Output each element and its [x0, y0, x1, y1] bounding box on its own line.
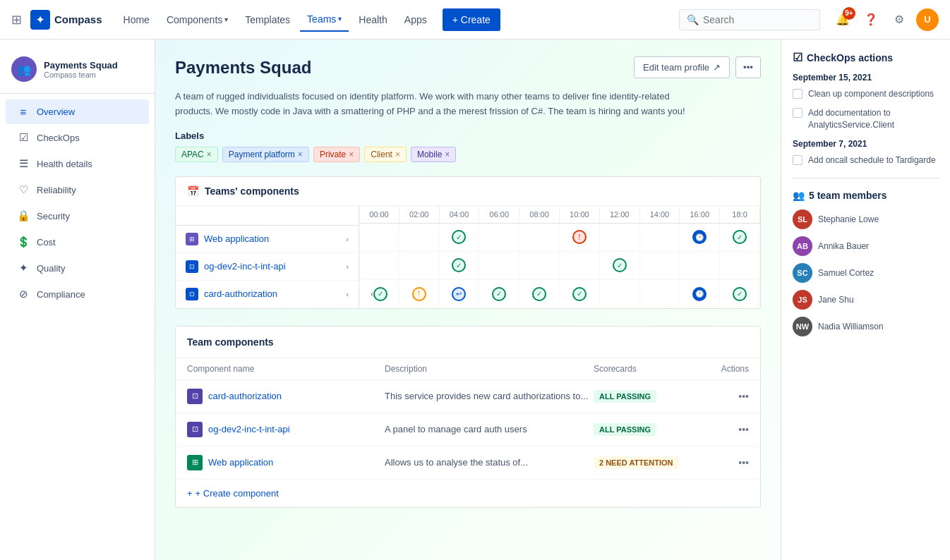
user-avatar[interactable]: U — [916, 8, 939, 31]
time-0600: 06:00 — [479, 206, 519, 223]
label-remove-private[interactable]: × — [349, 150, 354, 159]
status-green-2-5: ✓ — [572, 287, 587, 301]
checkbox-0[interactable] — [793, 89, 802, 99]
status-green-2-3: ✓ — [492, 287, 506, 301]
labels-list: APAC × Payment platform × Private × Clie… — [175, 147, 761, 162]
sidebar-item-health-details[interactable]: ☰ Health details — [6, 151, 149, 176]
sidebar-item-reliability[interactable]: ♡ Reliability — [6, 177, 149, 202]
slot-2-7 — [640, 280, 680, 308]
settings-button[interactable]: ⚙ — [888, 8, 910, 31]
nav-templates[interactable]: Templates — [238, 8, 297, 31]
check-item-0: Clean up component descriptions — [793, 88, 939, 100]
component-desc-webapp: Allows us to analyse the status of... — [385, 457, 594, 468]
edit-team-profile-button[interactable]: Edit team profile ↗ — [634, 56, 730, 78]
sidebar-label-health: Health details — [37, 159, 92, 169]
slot-2-9: ✓ — [720, 280, 760, 308]
checkops-icon: ☑ — [793, 51, 802, 64]
status-green-0-2: ✓ — [452, 230, 466, 244]
labels-title: Labels — [175, 130, 761, 141]
sidebar-item-cost[interactable]: 💲 Cost — [6, 229, 149, 255]
status-blue-2-2: ↩ — [452, 287, 466, 301]
label-remove-apac[interactable]: × — [207, 150, 212, 159]
th-scorecards: Scorecards — [594, 364, 692, 374]
th-name: Component name — [187, 364, 385, 374]
page-title: Payments Squad — [175, 58, 311, 78]
check-text-0: Clean up component descriptions — [808, 88, 934, 100]
nav-apps[interactable]: Apps — [397, 8, 434, 31]
label-mobile[interactable]: Mobile × — [411, 147, 456, 162]
sidebar-team-info: 👥 Payments Squad Compass team — [0, 51, 155, 94]
label-apac[interactable]: APAC × — [175, 147, 218, 162]
timeline-title: Teams' components — [205, 185, 299, 197]
label-client[interactable]: Client × — [364, 147, 407, 162]
members-icon: 👥 — [793, 190, 805, 201]
slot-0-9: ✓ — [720, 224, 760, 251]
checkbox-1[interactable] — [793, 108, 802, 118]
check-item-1: Add documentation to AnalyticsService.Cl… — [793, 107, 939, 131]
timeline-row-cardauth[interactable]: ⊡ card-authorization › — [176, 281, 359, 308]
security-icon: 🔒 — [17, 209, 30, 222]
sidebar: 👥 Payments Squad Compass team ≡ Overview… — [0, 39, 155, 560]
nav-components[interactable]: Components ▾ — [160, 8, 235, 31]
th-desc: Description — [385, 364, 594, 374]
logo[interactable]: ✦ Compass — [30, 10, 102, 30]
sidebar-label-quality: Quality — [37, 263, 65, 274]
sidebar-label-cost: Cost — [37, 237, 56, 248]
label-remove-payment[interactable]: × — [298, 150, 303, 159]
date-sept15: September 15, 2021 — [793, 73, 939, 83]
sidebar-item-security[interactable]: 🔒 Security — [6, 203, 149, 229]
status-green-2-9: ✓ — [733, 287, 747, 301]
slot-1-2: ✓ — [440, 252, 480, 279]
component-actions-webapp[interactable]: ••• — [692, 457, 749, 468]
timeline-row-ogdev[interactable]: ⊡ og-dev2-inc-t-int-api › — [176, 253, 359, 281]
timeline-row-webapp[interactable]: ⊞ Web application › — [176, 226, 359, 253]
component-actions-ogdev[interactable]: ••• — [692, 424, 749, 435]
time-1000: 10:00 — [560, 206, 600, 223]
quality-icon: ✦ — [17, 262, 30, 274]
sidebar-item-compliance[interactable]: ⊘ Compliance — [6, 281, 149, 307]
timeline-header: 📅 Teams' components — [176, 177, 760, 206]
nav-teams[interactable]: Teams ▾ — [300, 8, 349, 32]
component-actions-card-auth[interactable]: ••• — [692, 391, 749, 402]
slot-1-0 — [359, 252, 399, 279]
component-icon-ogdev: ⊡ — [187, 422, 203, 437]
table-row: ⊞ Web application Allows us to analyse t… — [176, 446, 760, 480]
scorecard-badge-card-auth: ALL PASSING — [594, 390, 656, 403]
label-payment-platform[interactable]: Payment platform × — [222, 147, 309, 162]
sidebar-item-overview[interactable]: ≡ Overview — [6, 99, 149, 124]
help-button[interactable]: ❓ — [860, 8, 882, 31]
slot-1-8 — [680, 252, 720, 279]
status-red-0-5: ! — [572, 230, 587, 244]
slot-2-2: ↩ — [440, 280, 480, 308]
slot-0-7 — [640, 224, 680, 251]
cardauth-row-icon: ⊡ — [186, 288, 198, 300]
member-name-nadia: Nadia Williamson — [818, 322, 884, 331]
label-remove-mobile[interactable]: × — [445, 150, 450, 159]
slot-0-5: ! — [560, 224, 600, 251]
nav-links: Home Components ▾ Templates Teams ▾ Heal… — [116, 8, 673, 32]
table-row: ⊡ og-dev2-inc-t-int-api A panel to manag… — [176, 413, 760, 446]
external-link-icon: ↗ — [713, 62, 721, 73]
sidebar-label-security: Security — [37, 211, 70, 221]
checkbox-2[interactable] — [793, 155, 802, 165]
more-options-button[interactable]: ••• — [735, 56, 761, 78]
label-remove-client[interactable]: × — [395, 150, 400, 159]
sidebar-item-checkops[interactable]: ☑ CheckOps — [6, 125, 149, 150]
time-1800: 18:0 — [720, 206, 760, 223]
grid-icon[interactable]: ⊞ — [11, 12, 22, 28]
search-box[interactable]: 🔍 — [679, 9, 820, 30]
nav-home[interactable]: Home — [116, 8, 157, 31]
nav-health[interactable]: Health — [351, 8, 394, 31]
nav-icon-group: 🔔 9+ ❓ ⚙ U — [831, 8, 939, 31]
sidebar-item-quality[interactable]: ✦ Quality — [6, 255, 149, 281]
label-private[interactable]: Private × — [313, 147, 360, 162]
check-text-1: Add documentation to AnalyticsService.Cl… — [808, 107, 939, 131]
notification-button[interactable]: 🔔 9+ — [831, 8, 854, 31]
create-component-button[interactable]: + + Create component — [176, 480, 760, 507]
component-name-ogdev[interactable]: ⊡ og-dev2-inc-t-int-api — [187, 422, 385, 437]
component-name-card-auth[interactable]: ⊡ card-authorization — [187, 389, 385, 404]
component-name-webapp[interactable]: ⊞ Web application — [187, 455, 385, 470]
search-input[interactable] — [703, 14, 812, 25]
slot-1-3 — [479, 252, 519, 279]
create-button[interactable]: + Create — [443, 8, 500, 31]
